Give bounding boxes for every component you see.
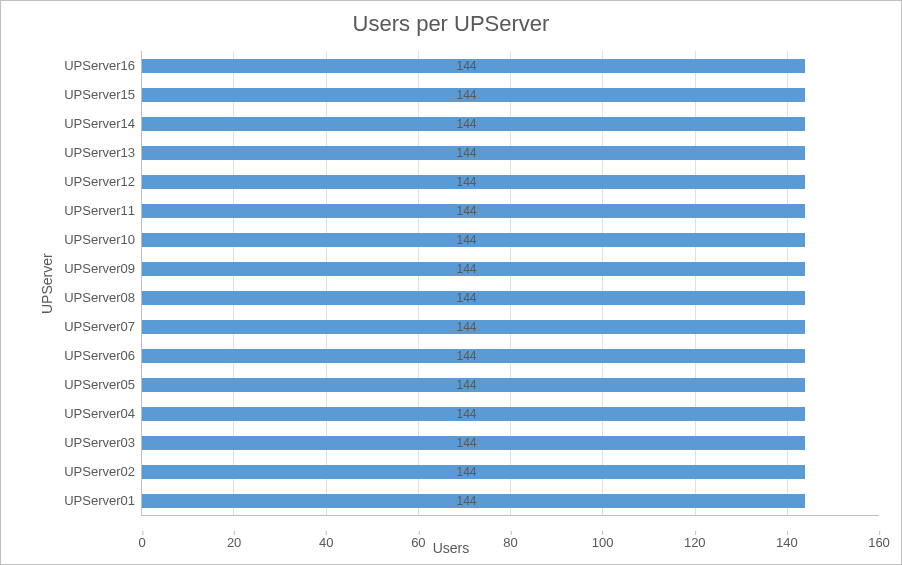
x-tick-mark: [142, 531, 143, 535]
bar-row: 144: [142, 59, 879, 73]
y-tick-label: UPServer08: [55, 290, 135, 306]
bar-value-label: 144: [452, 59, 482, 73]
x-tick-mark: [603, 531, 604, 535]
bar-value-label: 144: [452, 233, 482, 247]
x-tick-mark: [511, 531, 512, 535]
x-tick-mark: [787, 531, 788, 535]
y-tick-label: UPServer14: [55, 116, 135, 132]
y-tick-label: UPServer07: [55, 319, 135, 335]
bar-row: 144: [142, 436, 879, 450]
y-axis-labels: UPServer01UPServer02UPServer03UPServer04…: [55, 51, 141, 516]
y-tick-label: UPServer15: [55, 87, 135, 103]
bar-row: 144: [142, 146, 879, 160]
y-tick-label: UPServer05: [55, 377, 135, 393]
bar-row: 144: [142, 88, 879, 102]
plot-outer: UPServer UPServer01UPServer02UPServer03U…: [37, 51, 879, 516]
y-tick-label: UPServer12: [55, 174, 135, 190]
bar-value-label: 144: [452, 146, 482, 160]
bar-row: 144: [142, 494, 879, 508]
bar-value-label: 144: [452, 349, 482, 363]
y-tick-label: UPServer11: [55, 203, 135, 219]
chart-container: Users per UPServer UPServer UPServer01UP…: [0, 0, 902, 565]
y-tick-label: UPServer13: [55, 145, 135, 161]
bar-value-label: 144: [452, 436, 482, 450]
chart-title: Users per UPServer: [1, 1, 901, 43]
bars: 1441441441441441441441441441441441441441…: [142, 51, 879, 515]
bar-value-label: 144: [452, 494, 482, 508]
x-tick-mark: [418, 531, 419, 535]
x-tick-mark: [879, 531, 880, 535]
bar-value-label: 144: [452, 175, 482, 189]
bar-row: 144: [142, 320, 879, 334]
bar-value-label: 144: [452, 320, 482, 334]
y-tick-label: UPServer10: [55, 232, 135, 248]
y-tick-label: UPServer06: [55, 348, 135, 364]
bar-row: 144: [142, 175, 879, 189]
y-tick-label: UPServer01: [55, 493, 135, 509]
bar-row: 144: [142, 262, 879, 276]
plot-area: 1441441441441441441441441441441441441441…: [141, 51, 879, 516]
y-tick-label: UPServer02: [55, 464, 135, 480]
bar-value-label: 144: [452, 204, 482, 218]
x-tick-mark: [234, 531, 235, 535]
bar-row: 144: [142, 291, 879, 305]
y-tick-label: UPServer03: [55, 435, 135, 451]
bar-value-label: 144: [452, 378, 482, 392]
y-tick-label: UPServer04: [55, 406, 135, 422]
bar-row: 144: [142, 465, 879, 479]
x-tick-mark: [695, 531, 696, 535]
y-axis-title: UPServer: [37, 51, 55, 516]
bar-value-label: 144: [452, 262, 482, 276]
bar-row: 144: [142, 407, 879, 421]
bar-row: 144: [142, 204, 879, 218]
bar-row: 144: [142, 349, 879, 363]
bar-row: 144: [142, 233, 879, 247]
y-tick-label: UPServer16: [55, 58, 135, 74]
bar-row: 144: [142, 117, 879, 131]
bar-value-label: 144: [452, 88, 482, 102]
bar-value-label: 144: [452, 407, 482, 421]
x-axis-title: Users: [1, 540, 901, 556]
bar-row: 144: [142, 378, 879, 392]
bar-value-label: 144: [452, 465, 482, 479]
bar-value-label: 144: [452, 117, 482, 131]
bar-value-label: 144: [452, 291, 482, 305]
y-tick-label: UPServer09: [55, 261, 135, 277]
x-tick-mark: [326, 531, 327, 535]
